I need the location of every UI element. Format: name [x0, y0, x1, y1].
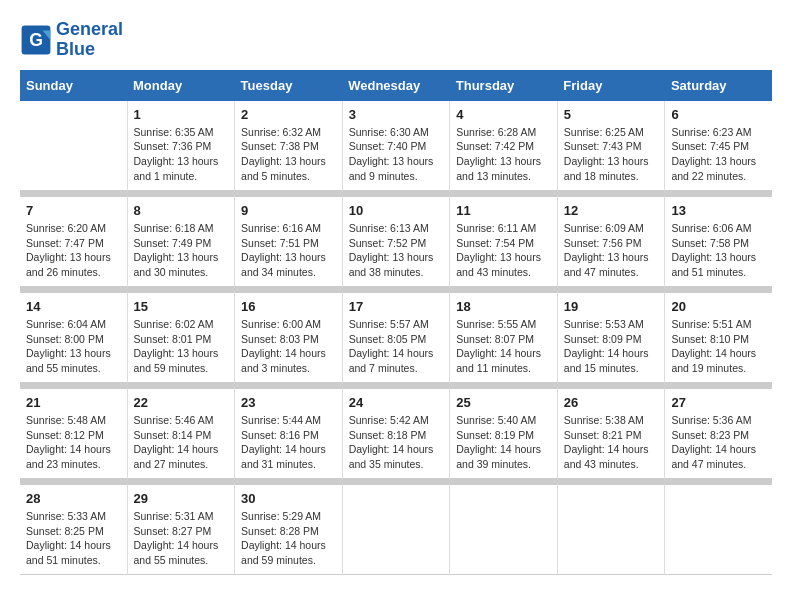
- day-number: 11: [456, 203, 551, 218]
- day-cell: 13Sunrise: 6:06 AM Sunset: 7:58 PM Dayli…: [665, 197, 772, 287]
- day-info: Sunrise: 6:23 AM Sunset: 7:45 PM Dayligh…: [671, 125, 766, 184]
- header-monday: Monday: [127, 70, 235, 101]
- day-cell: 29Sunrise: 5:31 AM Sunset: 8:27 PM Dayli…: [127, 485, 235, 575]
- day-cell: 17Sunrise: 5:57 AM Sunset: 8:05 PM Dayli…: [342, 293, 450, 383]
- day-number: 1: [134, 107, 229, 122]
- week-row-4: 21Sunrise: 5:48 AM Sunset: 8:12 PM Dayli…: [20, 389, 772, 479]
- day-number: 7: [26, 203, 121, 218]
- day-cell: 2Sunrise: 6:32 AM Sunset: 7:38 PM Daylig…: [235, 101, 343, 191]
- day-cell: 3Sunrise: 6:30 AM Sunset: 7:40 PM Daylig…: [342, 101, 450, 191]
- day-number: 5: [564, 107, 659, 122]
- day-number: 13: [671, 203, 766, 218]
- header-friday: Friday: [557, 70, 665, 101]
- day-number: 6: [671, 107, 766, 122]
- day-cell: 19Sunrise: 5:53 AM Sunset: 8:09 PM Dayli…: [557, 293, 665, 383]
- day-info: Sunrise: 5:51 AM Sunset: 8:10 PM Dayligh…: [671, 317, 766, 376]
- day-cell: [20, 101, 127, 191]
- day-number: 12: [564, 203, 659, 218]
- day-number: 10: [349, 203, 444, 218]
- header-tuesday: Tuesday: [235, 70, 343, 101]
- day-number: 4: [456, 107, 551, 122]
- day-info: Sunrise: 6:30 AM Sunset: 7:40 PM Dayligh…: [349, 125, 444, 184]
- day-info: Sunrise: 6:16 AM Sunset: 7:51 PM Dayligh…: [241, 221, 336, 280]
- day-info: Sunrise: 6:11 AM Sunset: 7:54 PM Dayligh…: [456, 221, 551, 280]
- day-info: Sunrise: 6:13 AM Sunset: 7:52 PM Dayligh…: [349, 221, 444, 280]
- day-info: Sunrise: 6:20 AM Sunset: 7:47 PM Dayligh…: [26, 221, 121, 280]
- header-sunday: Sunday: [20, 70, 127, 101]
- day-cell: 15Sunrise: 6:02 AM Sunset: 8:01 PM Dayli…: [127, 293, 235, 383]
- week-row-3: 14Sunrise: 6:04 AM Sunset: 8:00 PM Dayli…: [20, 293, 772, 383]
- day-info: Sunrise: 5:53 AM Sunset: 8:09 PM Dayligh…: [564, 317, 659, 376]
- day-info: Sunrise: 5:36 AM Sunset: 8:23 PM Dayligh…: [671, 413, 766, 472]
- day-number: 14: [26, 299, 121, 314]
- day-cell: 6Sunrise: 6:23 AM Sunset: 7:45 PM Daylig…: [665, 101, 772, 191]
- day-info: Sunrise: 6:35 AM Sunset: 7:36 PM Dayligh…: [134, 125, 229, 184]
- day-cell: [557, 485, 665, 575]
- day-info: Sunrise: 5:38 AM Sunset: 8:21 PM Dayligh…: [564, 413, 659, 472]
- week-row-1: 1Sunrise: 6:35 AM Sunset: 7:36 PM Daylig…: [20, 101, 772, 191]
- calendar-table: SundayMondayTuesdayWednesdayThursdayFrid…: [20, 70, 772, 576]
- day-number: 3: [349, 107, 444, 122]
- day-number: 17: [349, 299, 444, 314]
- day-cell: 26Sunrise: 5:38 AM Sunset: 8:21 PM Dayli…: [557, 389, 665, 479]
- day-number: 2: [241, 107, 336, 122]
- day-info: Sunrise: 5:46 AM Sunset: 8:14 PM Dayligh…: [134, 413, 229, 472]
- day-number: 30: [241, 491, 336, 506]
- header-wednesday: Wednesday: [342, 70, 450, 101]
- day-info: Sunrise: 6:32 AM Sunset: 7:38 PM Dayligh…: [241, 125, 336, 184]
- day-cell: 8Sunrise: 6:18 AM Sunset: 7:49 PM Daylig…: [127, 197, 235, 287]
- week-row-5: 28Sunrise: 5:33 AM Sunset: 8:25 PM Dayli…: [20, 485, 772, 575]
- day-cell: 4Sunrise: 6:28 AM Sunset: 7:42 PM Daylig…: [450, 101, 558, 191]
- day-cell: 24Sunrise: 5:42 AM Sunset: 8:18 PM Dayli…: [342, 389, 450, 479]
- day-number: 15: [134, 299, 229, 314]
- day-number: 24: [349, 395, 444, 410]
- day-cell: 23Sunrise: 5:44 AM Sunset: 8:16 PM Dayli…: [235, 389, 343, 479]
- day-info: Sunrise: 6:06 AM Sunset: 7:58 PM Dayligh…: [671, 221, 766, 280]
- day-info: Sunrise: 6:25 AM Sunset: 7:43 PM Dayligh…: [564, 125, 659, 184]
- week-row-2: 7Sunrise: 6:20 AM Sunset: 7:47 PM Daylig…: [20, 197, 772, 287]
- day-number: 23: [241, 395, 336, 410]
- logo-blue: Blue: [56, 39, 95, 59]
- day-number: 9: [241, 203, 336, 218]
- day-info: Sunrise: 6:09 AM Sunset: 7:56 PM Dayligh…: [564, 221, 659, 280]
- logo-icon: G: [20, 24, 52, 56]
- logo: G General Blue: [20, 20, 123, 60]
- day-cell: 5Sunrise: 6:25 AM Sunset: 7:43 PM Daylig…: [557, 101, 665, 191]
- day-cell: 16Sunrise: 6:00 AM Sunset: 8:03 PM Dayli…: [235, 293, 343, 383]
- day-info: Sunrise: 5:57 AM Sunset: 8:05 PM Dayligh…: [349, 317, 444, 376]
- day-cell: 27Sunrise: 5:36 AM Sunset: 8:23 PM Dayli…: [665, 389, 772, 479]
- day-number: 19: [564, 299, 659, 314]
- day-info: Sunrise: 5:31 AM Sunset: 8:27 PM Dayligh…: [134, 509, 229, 568]
- logo-general: General: [56, 19, 123, 39]
- day-number: 26: [564, 395, 659, 410]
- day-number: 29: [134, 491, 229, 506]
- day-number: 27: [671, 395, 766, 410]
- day-info: Sunrise: 5:44 AM Sunset: 8:16 PM Dayligh…: [241, 413, 336, 472]
- day-info: Sunrise: 6:18 AM Sunset: 7:49 PM Dayligh…: [134, 221, 229, 280]
- day-number: 8: [134, 203, 229, 218]
- logo-text: General Blue: [56, 20, 123, 60]
- day-cell: 9Sunrise: 6:16 AM Sunset: 7:51 PM Daylig…: [235, 197, 343, 287]
- day-cell: 25Sunrise: 5:40 AM Sunset: 8:19 PM Dayli…: [450, 389, 558, 479]
- svg-text:G: G: [29, 30, 43, 50]
- day-cell: [342, 485, 450, 575]
- day-number: 18: [456, 299, 551, 314]
- day-info: Sunrise: 6:28 AM Sunset: 7:42 PM Dayligh…: [456, 125, 551, 184]
- day-info: Sunrise: 5:29 AM Sunset: 8:28 PM Dayligh…: [241, 509, 336, 568]
- day-cell: 12Sunrise: 6:09 AM Sunset: 7:56 PM Dayli…: [557, 197, 665, 287]
- day-number: 22: [134, 395, 229, 410]
- day-number: 25: [456, 395, 551, 410]
- day-cell: 22Sunrise: 5:46 AM Sunset: 8:14 PM Dayli…: [127, 389, 235, 479]
- day-cell: [665, 485, 772, 575]
- calendar-header-row: SundayMondayTuesdayWednesdayThursdayFrid…: [20, 70, 772, 101]
- day-cell: 10Sunrise: 6:13 AM Sunset: 7:52 PM Dayli…: [342, 197, 450, 287]
- header-saturday: Saturday: [665, 70, 772, 101]
- day-info: Sunrise: 5:42 AM Sunset: 8:18 PM Dayligh…: [349, 413, 444, 472]
- day-info: Sunrise: 6:02 AM Sunset: 8:01 PM Dayligh…: [134, 317, 229, 376]
- page-header: G General Blue: [20, 20, 772, 60]
- day-number: 28: [26, 491, 121, 506]
- day-cell: 1Sunrise: 6:35 AM Sunset: 7:36 PM Daylig…: [127, 101, 235, 191]
- day-cell: [450, 485, 558, 575]
- day-info: Sunrise: 6:00 AM Sunset: 8:03 PM Dayligh…: [241, 317, 336, 376]
- day-cell: 11Sunrise: 6:11 AM Sunset: 7:54 PM Dayli…: [450, 197, 558, 287]
